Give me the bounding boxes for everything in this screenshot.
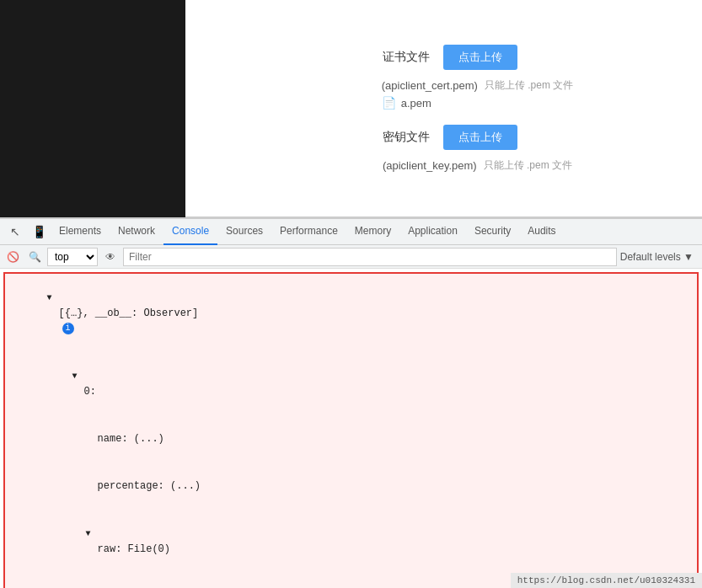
filter-icon[interactable]: 🔍 [25,248,44,266]
tab-application[interactable]: Application [399,218,466,245]
tab-sources[interactable]: Sources [217,218,271,245]
tab-elements[interactable]: Elements [51,218,110,245]
console-line: name: (...) [5,415,697,462]
filter-input[interactable] [123,248,617,266]
console-line: ▼ [{…}, __ob__: Observer] i [5,274,697,352]
cert-upload-button[interactable]: 点击上传 [443,45,517,70]
cert-file-hint: 只能上传 .pem 文件 [485,78,573,93]
left-panel [0,0,185,217]
tab-performance[interactable]: Performance [271,218,346,245]
console-toolbar: 🚫 🔍 top 👁 Default levels ▼ [0,245,702,269]
cert-hint: (apiclient_cert.pem) [382,79,478,92]
devtools-tabs-bar: ↖ 📱 Elements Network Console Sources Per… [0,218,702,245]
expand-arrow[interactable]: ▼ [72,369,81,384]
key-upload-button[interactable]: 点击上传 [443,125,517,150]
console-line: ▼ 0: [5,352,697,415]
eye-icon[interactable]: 👁 [101,248,120,266]
tab-security[interactable]: Security [466,218,519,245]
tab-memory[interactable]: Memory [346,218,399,245]
clear-console-button[interactable]: 🚫 [3,248,22,266]
tab-console[interactable]: Console [163,218,217,245]
tab-network[interactable]: Network [110,218,163,245]
console-line: percentage: (...) [5,462,697,510]
key-hint: (apiclient_key.pem) [383,159,477,172]
default-levels-dropdown[interactable]: Default levels ▼ [620,251,699,263]
info-badge[interactable]: i [62,323,74,334]
cert-file-name: a.pem [401,97,431,110]
console-line: ▼ raw: File(0) [5,510,697,573]
expand-arrow[interactable]: ▼ [86,527,94,542]
right-content: 证书文件 点击上传 (apiclient_cert.pem) 只能上传 .pem… [185,0,702,217]
tab-audits[interactable]: Audits [519,218,564,245]
device-icon[interactable]: 📱 [27,220,51,243]
key-row: 密钥文件 点击上传 [202,125,685,150]
devtools-panel: ↖ 📱 Elements Network Console Sources Per… [0,217,702,588]
url-bar: https://blog.csdn.net/u010324331 [511,573,702,588]
cert-label: 证书文件 [371,50,430,65]
expand-arrow[interactable]: ▼ [47,291,56,306]
cert-row: 证书文件 点击上传 [202,45,685,70]
context-select[interactable]: top [47,248,98,266]
cursor-icon[interactable]: ↖ [3,220,27,243]
cert-file-icon: 📄 [382,96,396,110]
console-output: ▼ [{…}, __ob__: Observer] i ▼ 0: name: (… [0,269,702,588]
key-label: 密钥文件 [371,130,430,145]
key-file-hint: 只能上传 .pem 文件 [484,158,572,173]
